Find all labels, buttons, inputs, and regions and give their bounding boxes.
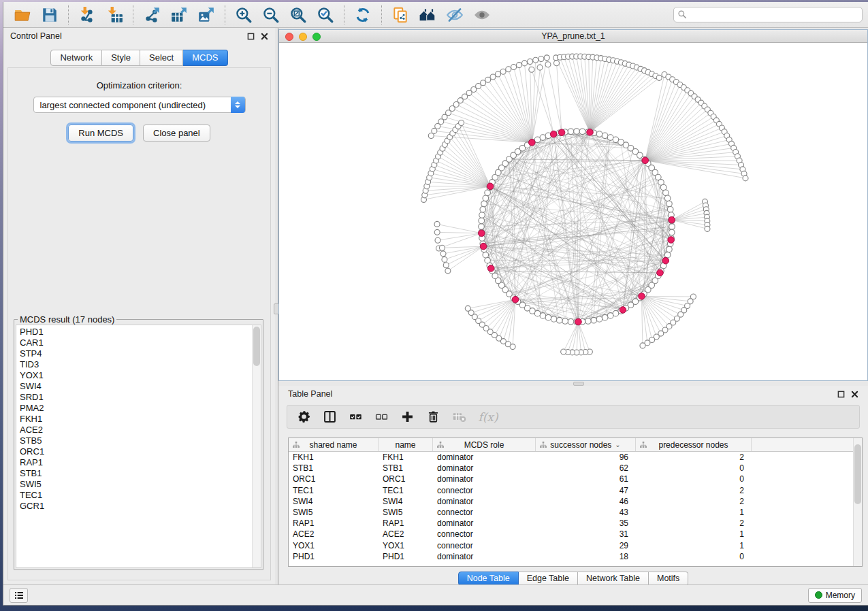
network-node[interactable] xyxy=(521,61,527,66)
mcds-result-item[interactable]: PMA2 xyxy=(20,403,261,414)
table-cell[interactable]: 62 xyxy=(536,463,636,473)
mcds-node[interactable] xyxy=(642,157,649,164)
network-graph[interactable] xyxy=(279,43,867,380)
table-cell[interactable]: 96 xyxy=(536,452,636,462)
table-row[interactable]: FKH1FKH1dominator962 xyxy=(289,452,862,463)
table-cell[interactable]: FKH1 xyxy=(379,452,433,462)
mcds-node[interactable] xyxy=(512,296,519,303)
network-node[interactable] xyxy=(591,317,597,323)
tab-network[interactable]: Network xyxy=(50,50,102,66)
network-node[interactable] xyxy=(479,224,485,230)
mcds-result-item[interactable]: YOX1 xyxy=(20,370,261,381)
network-node[interactable] xyxy=(490,74,496,80)
table-cell[interactable]: 47 xyxy=(536,486,636,495)
mcds-result-item[interactable]: ACE2 xyxy=(20,425,261,435)
table-cell[interactable]: TEC1 xyxy=(379,486,433,495)
table-row[interactable]: YOX1YOX1connector291 xyxy=(289,540,862,551)
export-table-button[interactable] xyxy=(165,4,193,26)
search-input[interactable] xyxy=(673,7,863,22)
network-node[interactable] xyxy=(483,252,489,258)
network-node[interactable] xyxy=(476,83,481,88)
table-cell[interactable]: ORC1 xyxy=(289,474,379,484)
table-cell[interactable]: PHD1 xyxy=(379,552,433,561)
network-node[interactable] xyxy=(479,218,485,224)
first-neighbors-button[interactable] xyxy=(414,4,441,26)
network-node[interactable] xyxy=(664,252,671,258)
deselect-all-button[interactable] xyxy=(372,408,391,427)
table-row[interactable]: ORC1ORC1dominator610 xyxy=(289,474,862,484)
network-node[interactable] xyxy=(537,65,543,70)
table-cell[interactable]: 31 xyxy=(536,529,636,539)
window-minimize-icon[interactable] xyxy=(299,33,307,41)
network-node[interactable] xyxy=(545,62,551,67)
mcds-node[interactable] xyxy=(550,131,557,137)
network-node[interactable] xyxy=(602,133,608,139)
network-node[interactable] xyxy=(432,128,437,133)
table-tab-network-table[interactable]: Network Table xyxy=(578,572,649,586)
network-node[interactable] xyxy=(485,257,491,263)
network-node[interactable] xyxy=(495,71,500,77)
network-node[interactable] xyxy=(434,229,440,235)
table-cell[interactable]: STB1 xyxy=(289,463,379,473)
mcds-result-item[interactable]: PHD1 xyxy=(20,327,261,337)
tab-style[interactable]: Style xyxy=(102,50,140,66)
mcds-node[interactable] xyxy=(487,265,494,272)
network-node[interactable] xyxy=(656,75,662,80)
column-header-shared-name[interactable]: shared name xyxy=(289,438,379,451)
network-titlebar[interactable]: YPA_prune.txt_1 xyxy=(279,30,867,43)
table-row[interactable]: TEC1TEC1connector472 xyxy=(289,485,862,496)
table-cell[interactable]: YOX1 xyxy=(379,541,433,550)
network-node[interactable] xyxy=(667,206,673,212)
tab-select[interactable]: Select xyxy=(140,50,183,66)
table-cell[interactable]: 43 xyxy=(536,508,636,517)
tab-mcds[interactable]: MCDS xyxy=(183,50,227,66)
mcds-result-list[interactable]: PHD1CAR1STP4TID3YOX1SWI4SRD1PMA2FKH1ACE2… xyxy=(16,325,261,568)
network-node[interactable] xyxy=(445,268,451,274)
table-cell[interactable]: 2 xyxy=(636,486,752,495)
network-node[interactable] xyxy=(511,65,517,70)
mcds-node[interactable] xyxy=(528,139,535,146)
network-node[interactable] xyxy=(442,257,447,262)
table-cell[interactable]: 2 xyxy=(636,452,752,462)
network-node[interactable] xyxy=(568,129,574,135)
mcds-node[interactable] xyxy=(669,216,675,223)
mcds-result-item[interactable]: TEC1 xyxy=(20,490,261,501)
window-zoom-icon[interactable] xyxy=(312,33,321,41)
table-tab-node-table[interactable]: Node Table xyxy=(458,572,519,586)
network-node[interactable] xyxy=(561,349,566,354)
table-cell[interactable]: 2 xyxy=(636,518,752,528)
network-node[interactable] xyxy=(439,245,445,250)
delete-button[interactable] xyxy=(423,408,443,427)
network-node[interactable] xyxy=(669,229,675,235)
network-node[interactable] xyxy=(435,237,440,243)
add-button[interactable] xyxy=(398,408,417,427)
network-node[interactable] xyxy=(528,59,533,64)
network-node[interactable] xyxy=(705,226,710,231)
gear-button[interactable] xyxy=(294,408,313,427)
mcds-result-item[interactable]: STB5 xyxy=(20,435,261,446)
mcds-result-item[interactable]: SWI4 xyxy=(20,381,261,392)
horizontal-splitter[interactable] xyxy=(278,381,868,386)
zoom-fit-button[interactable] xyxy=(285,4,312,26)
table-cell[interactable]: connector xyxy=(433,508,536,517)
table-cell[interactable]: TEC1 xyxy=(289,486,379,495)
table-cell[interactable]: 0 xyxy=(636,463,752,473)
table-cell[interactable]: SWI5 xyxy=(379,508,433,517)
mcds-result-item[interactable]: STB1 xyxy=(20,468,261,479)
network-node[interactable] xyxy=(506,67,511,72)
network-node[interactable] xyxy=(568,318,574,325)
mcds-node[interactable] xyxy=(668,237,675,244)
network-node[interactable] xyxy=(483,195,489,201)
task-history-button[interactable] xyxy=(10,588,28,603)
table-cell[interactable]: dominator xyxy=(433,474,536,484)
table-cell[interactable]: 1 xyxy=(636,541,752,550)
table-row[interactable]: PHD1PHD1dominator180 xyxy=(289,551,862,562)
function-button[interactable]: f(x) xyxy=(475,408,501,427)
new-network-from-selection-button[interactable] xyxy=(387,4,414,26)
table-cell[interactable]: ACE2 xyxy=(379,529,433,539)
table-cell[interactable]: FKH1 xyxy=(289,452,379,462)
float-table-panel-icon[interactable] xyxy=(837,391,845,398)
table-cell[interactable]: 61 xyxy=(536,474,636,484)
mcds-node[interactable] xyxy=(558,129,565,136)
mcds-result-item[interactable]: TID3 xyxy=(20,359,261,370)
